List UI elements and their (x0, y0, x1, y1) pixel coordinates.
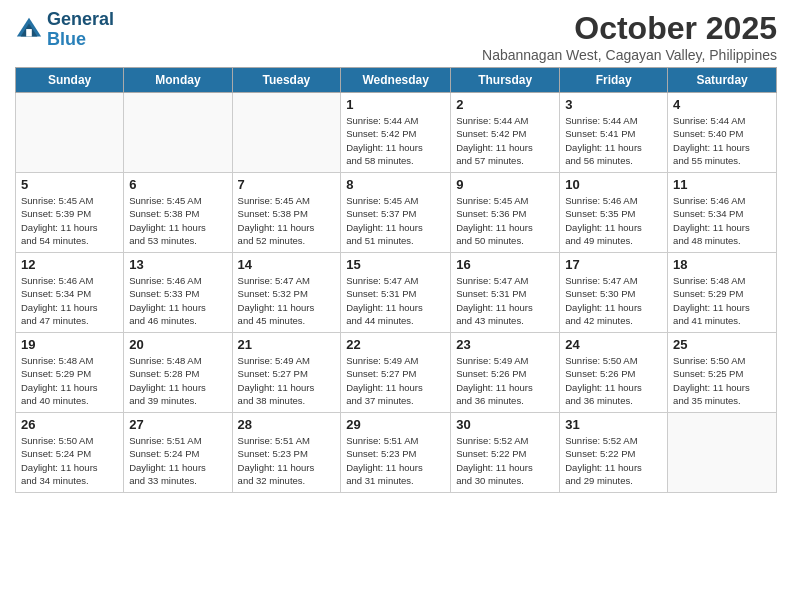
week-row-1: 1Sunrise: 5:44 AM Sunset: 5:42 PM Daylig… (16, 93, 777, 173)
day-info: Sunrise: 5:51 AM Sunset: 5:23 PM Dayligh… (346, 434, 445, 487)
days-row: SundayMondayTuesdayWednesdayThursdayFrid… (16, 68, 777, 93)
day-info: Sunrise: 5:50 AM Sunset: 5:24 PM Dayligh… (21, 434, 118, 487)
day-header-thursday: Thursday (451, 68, 560, 93)
day-number: 4 (673, 97, 771, 112)
calendar-cell: 16Sunrise: 5:47 AM Sunset: 5:31 PM Dayli… (451, 253, 560, 333)
day-info: Sunrise: 5:46 AM Sunset: 5:33 PM Dayligh… (129, 274, 226, 327)
calendar-cell: 2Sunrise: 5:44 AM Sunset: 5:42 PM Daylig… (451, 93, 560, 173)
day-info: Sunrise: 5:46 AM Sunset: 5:34 PM Dayligh… (673, 194, 771, 247)
day-info: Sunrise: 5:48 AM Sunset: 5:29 PM Dayligh… (673, 274, 771, 327)
day-info: Sunrise: 5:50 AM Sunset: 5:25 PM Dayligh… (673, 354, 771, 407)
day-info: Sunrise: 5:45 AM Sunset: 5:38 PM Dayligh… (238, 194, 336, 247)
month-title: October 2025 (482, 10, 777, 47)
subtitle: Nabannagan West, Cagayan Valley, Philipp… (482, 47, 777, 63)
day-info: Sunrise: 5:50 AM Sunset: 5:26 PM Dayligh… (565, 354, 662, 407)
day-info: Sunrise: 5:44 AM Sunset: 5:41 PM Dayligh… (565, 114, 662, 167)
calendar-cell: 23Sunrise: 5:49 AM Sunset: 5:26 PM Dayli… (451, 333, 560, 413)
day-number: 31 (565, 417, 662, 432)
calendar-cell: 15Sunrise: 5:47 AM Sunset: 5:31 PM Dayli… (341, 253, 451, 333)
day-info: Sunrise: 5:47 AM Sunset: 5:31 PM Dayligh… (346, 274, 445, 327)
day-info: Sunrise: 5:44 AM Sunset: 5:40 PM Dayligh… (673, 114, 771, 167)
calendar-cell: 21Sunrise: 5:49 AM Sunset: 5:27 PM Dayli… (232, 333, 341, 413)
day-info: Sunrise: 5:45 AM Sunset: 5:36 PM Dayligh… (456, 194, 554, 247)
calendar-cell: 30Sunrise: 5:52 AM Sunset: 5:22 PM Dayli… (451, 413, 560, 493)
calendar-cell: 4Sunrise: 5:44 AM Sunset: 5:40 PM Daylig… (668, 93, 777, 173)
day-info: Sunrise: 5:48 AM Sunset: 5:28 PM Dayligh… (129, 354, 226, 407)
calendar-cell: 25Sunrise: 5:50 AM Sunset: 5:25 PM Dayli… (668, 333, 777, 413)
day-number: 30 (456, 417, 554, 432)
day-info: Sunrise: 5:47 AM Sunset: 5:30 PM Dayligh… (565, 274, 662, 327)
calendar-cell: 3Sunrise: 5:44 AM Sunset: 5:41 PM Daylig… (560, 93, 668, 173)
calendar-cell: 1Sunrise: 5:44 AM Sunset: 5:42 PM Daylig… (341, 93, 451, 173)
calendar-cell: 8Sunrise: 5:45 AM Sunset: 5:37 PM Daylig… (341, 173, 451, 253)
calendar-cell: 12Sunrise: 5:46 AM Sunset: 5:34 PM Dayli… (16, 253, 124, 333)
calendar-cell: 17Sunrise: 5:47 AM Sunset: 5:30 PM Dayli… (560, 253, 668, 333)
calendar-cell: 18Sunrise: 5:48 AM Sunset: 5:29 PM Dayli… (668, 253, 777, 333)
day-info: Sunrise: 5:51 AM Sunset: 5:23 PM Dayligh… (238, 434, 336, 487)
day-number: 20 (129, 337, 226, 352)
day-number: 5 (21, 177, 118, 192)
page: General Blue October 2025 Nabannagan Wes… (0, 0, 792, 503)
calendar-cell (668, 413, 777, 493)
day-number: 2 (456, 97, 554, 112)
calendar-cell: 26Sunrise: 5:50 AM Sunset: 5:24 PM Dayli… (16, 413, 124, 493)
week-row-4: 19Sunrise: 5:48 AM Sunset: 5:29 PM Dayli… (16, 333, 777, 413)
calendar-cell (232, 93, 341, 173)
day-header-monday: Monday (124, 68, 232, 93)
day-number: 28 (238, 417, 336, 432)
day-number: 11 (673, 177, 771, 192)
calendar: SundayMondayTuesdayWednesdayThursdayFrid… (15, 67, 777, 493)
day-number: 25 (673, 337, 771, 352)
day-number: 26 (21, 417, 118, 432)
logo-text: General Blue (47, 10, 114, 50)
calendar-cell: 9Sunrise: 5:45 AM Sunset: 5:36 PM Daylig… (451, 173, 560, 253)
calendar-cell: 6Sunrise: 5:45 AM Sunset: 5:38 PM Daylig… (124, 173, 232, 253)
day-number: 9 (456, 177, 554, 192)
day-number: 27 (129, 417, 226, 432)
day-number: 24 (565, 337, 662, 352)
day-info: Sunrise: 5:51 AM Sunset: 5:24 PM Dayligh… (129, 434, 226, 487)
day-number: 22 (346, 337, 445, 352)
day-info: Sunrise: 5:49 AM Sunset: 5:27 PM Dayligh… (238, 354, 336, 407)
day-info: Sunrise: 5:44 AM Sunset: 5:42 PM Dayligh… (456, 114, 554, 167)
calendar-cell: 24Sunrise: 5:50 AM Sunset: 5:26 PM Dayli… (560, 333, 668, 413)
week-row-5: 26Sunrise: 5:50 AM Sunset: 5:24 PM Dayli… (16, 413, 777, 493)
calendar-cell: 14Sunrise: 5:47 AM Sunset: 5:32 PM Dayli… (232, 253, 341, 333)
day-number: 1 (346, 97, 445, 112)
day-number: 21 (238, 337, 336, 352)
day-number: 12 (21, 257, 118, 272)
calendar-cell: 11Sunrise: 5:46 AM Sunset: 5:34 PM Dayli… (668, 173, 777, 253)
day-header-saturday: Saturday (668, 68, 777, 93)
calendar-cell: 28Sunrise: 5:51 AM Sunset: 5:23 PM Dayli… (232, 413, 341, 493)
calendar-cell: 5Sunrise: 5:45 AM Sunset: 5:39 PM Daylig… (16, 173, 124, 253)
day-info: Sunrise: 5:46 AM Sunset: 5:34 PM Dayligh… (21, 274, 118, 327)
day-info: Sunrise: 5:49 AM Sunset: 5:27 PM Dayligh… (346, 354, 445, 407)
calendar-cell: 27Sunrise: 5:51 AM Sunset: 5:24 PM Dayli… (124, 413, 232, 493)
day-info: Sunrise: 5:45 AM Sunset: 5:38 PM Dayligh… (129, 194, 226, 247)
day-info: Sunrise: 5:44 AM Sunset: 5:42 PM Dayligh… (346, 114, 445, 167)
calendar-body: 1Sunrise: 5:44 AM Sunset: 5:42 PM Daylig… (16, 93, 777, 493)
calendar-cell (16, 93, 124, 173)
calendar-cell: 19Sunrise: 5:48 AM Sunset: 5:29 PM Dayli… (16, 333, 124, 413)
day-number: 17 (565, 257, 662, 272)
calendar-cell (124, 93, 232, 173)
header: General Blue October 2025 Nabannagan Wes… (15, 10, 777, 63)
day-info: Sunrise: 5:47 AM Sunset: 5:32 PM Dayligh… (238, 274, 336, 327)
calendar-cell: 29Sunrise: 5:51 AM Sunset: 5:23 PM Dayli… (341, 413, 451, 493)
day-header-friday: Friday (560, 68, 668, 93)
svg-rect-2 (26, 29, 32, 36)
day-header-tuesday: Tuesday (232, 68, 341, 93)
day-info: Sunrise: 5:48 AM Sunset: 5:29 PM Dayligh… (21, 354, 118, 407)
day-number: 16 (456, 257, 554, 272)
calendar-cell: 7Sunrise: 5:45 AM Sunset: 5:38 PM Daylig… (232, 173, 341, 253)
day-number: 6 (129, 177, 226, 192)
day-number: 8 (346, 177, 445, 192)
day-number: 19 (21, 337, 118, 352)
day-header-sunday: Sunday (16, 68, 124, 93)
week-row-2: 5Sunrise: 5:45 AM Sunset: 5:39 PM Daylig… (16, 173, 777, 253)
calendar-header: SundayMondayTuesdayWednesdayThursdayFrid… (16, 68, 777, 93)
day-number: 23 (456, 337, 554, 352)
calendar-cell: 10Sunrise: 5:46 AM Sunset: 5:35 PM Dayli… (560, 173, 668, 253)
day-number: 29 (346, 417, 445, 432)
day-info: Sunrise: 5:49 AM Sunset: 5:26 PM Dayligh… (456, 354, 554, 407)
